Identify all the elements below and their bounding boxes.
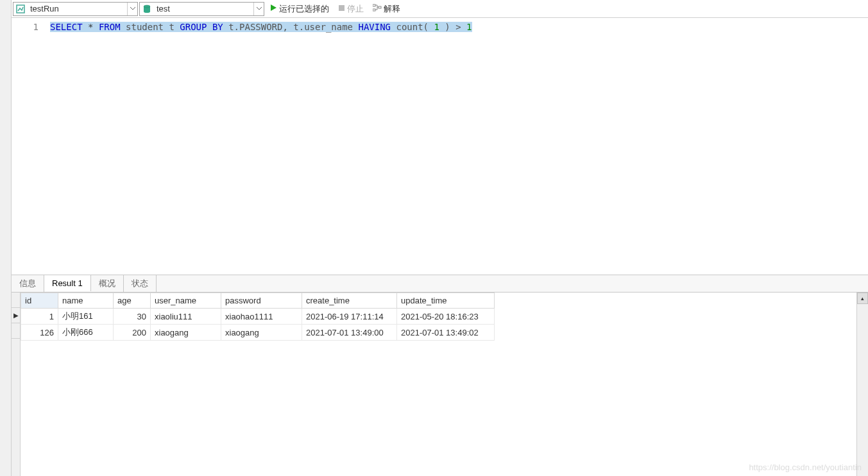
cell-name[interactable]: 小刚666 xyxy=(58,325,114,341)
stop-icon xyxy=(338,4,345,13)
cell-id[interactable]: 1 xyxy=(21,309,58,325)
vertical-scrollbar[interactable]: ▴ xyxy=(856,293,868,476)
run-button[interactable]: 运行已选择的 xyxy=(266,2,333,16)
cell-age[interactable]: 200 xyxy=(114,325,151,341)
header-row: id name age user_name password create_ti… xyxy=(21,293,495,309)
col-create-time[interactable]: create_time xyxy=(302,293,397,309)
connection-dropdown[interactable]: testRun xyxy=(13,2,138,16)
result-tabs: 信息 Result 1 概况 状态 xyxy=(12,275,868,293)
result-table[interactable]: id name age user_name password create_ti… xyxy=(21,293,495,341)
toolbar: testRun test 运行已选择的 xyxy=(12,0,868,18)
chevron-down-icon[interactable] xyxy=(127,3,137,15)
col-password[interactable]: password xyxy=(221,293,302,309)
tab-status[interactable]: 状态 xyxy=(124,275,157,292)
database-dropdown[interactable]: test xyxy=(139,2,264,16)
tab-profile[interactable]: 概况 xyxy=(91,275,124,292)
table-row[interactable]: 1 小明161 30 xiaoliu111 xiaohao1111 2021-0… xyxy=(21,309,495,325)
cell-user-name[interactable]: xiaogang xyxy=(151,325,221,341)
row-marker xyxy=(12,323,20,339)
run-label: 运行已选择的 xyxy=(279,3,329,15)
current-row-marker: ▶ xyxy=(12,308,20,323)
cell-user-name[interactable]: xiaoliu111 xyxy=(151,309,221,325)
database-text: test xyxy=(154,4,253,13)
sql-editor[interactable]: 1 SELECT * FROM student t GROUP BY t.PAS… xyxy=(12,18,868,275)
database-icon xyxy=(142,4,152,14)
header-marker xyxy=(12,293,20,308)
left-gutter xyxy=(0,0,12,476)
cell-update-time[interactable]: 2021-05-20 18:16:23 xyxy=(397,309,495,325)
connection-icon xyxy=(15,4,26,14)
cell-id[interactable]: 126 xyxy=(21,325,58,341)
svg-rect-3 xyxy=(339,5,345,11)
col-name[interactable]: name xyxy=(58,293,114,309)
tab-info[interactable]: 信息 xyxy=(12,275,44,292)
svg-rect-5 xyxy=(373,9,375,11)
explain-icon xyxy=(373,4,382,13)
scroll-up-icon[interactable]: ▴ xyxy=(857,293,868,304)
cell-create-time[interactable]: 2021-06-19 17:11:14 xyxy=(302,309,397,325)
scroll-track[interactable] xyxy=(857,304,868,476)
col-update-time[interactable]: update_time xyxy=(397,293,495,309)
svg-rect-6 xyxy=(379,6,381,8)
tab-result[interactable]: Result 1 xyxy=(44,275,91,291)
chevron-down-icon[interactable] xyxy=(253,3,264,15)
play-icon xyxy=(269,4,277,13)
explain-button[interactable]: 解释 xyxy=(369,2,404,16)
col-id[interactable]: id xyxy=(21,293,58,309)
cell-age[interactable]: 30 xyxy=(114,309,151,325)
cell-password[interactable]: xiaohao1111 xyxy=(221,309,302,325)
cell-update-time[interactable]: 2021-07-01 13:49:02 xyxy=(397,325,495,341)
line-gutter: 1 xyxy=(12,18,50,275)
explain-label: 解释 xyxy=(384,3,400,15)
result-panel: ▶ id name age user_name password create_… xyxy=(12,293,868,476)
sql-statement[interactable]: SELECT * FROM student t GROUP BY t.PASSW… xyxy=(50,22,472,32)
stop-label: 停止 xyxy=(347,3,364,15)
table-row[interactable]: 126 小刚666 200 xiaogang xiaogang 2021-07-… xyxy=(21,325,495,341)
col-user-name[interactable]: user_name xyxy=(151,293,221,309)
line-number: 1 xyxy=(12,22,38,32)
col-age[interactable]: age xyxy=(114,293,151,309)
row-gutter: ▶ xyxy=(12,293,21,476)
stop-button: 停止 xyxy=(334,2,368,16)
cell-create-time[interactable]: 2021-07-01 13:49:00 xyxy=(302,325,397,341)
cell-password[interactable]: xiaogang xyxy=(221,325,302,341)
code-area[interactable]: SELECT * FROM student t GROUP BY t.PASSW… xyxy=(50,18,868,275)
connection-text: testRun xyxy=(28,4,127,13)
cell-name[interactable]: 小明161 xyxy=(58,309,114,325)
svg-rect-4 xyxy=(373,4,375,6)
